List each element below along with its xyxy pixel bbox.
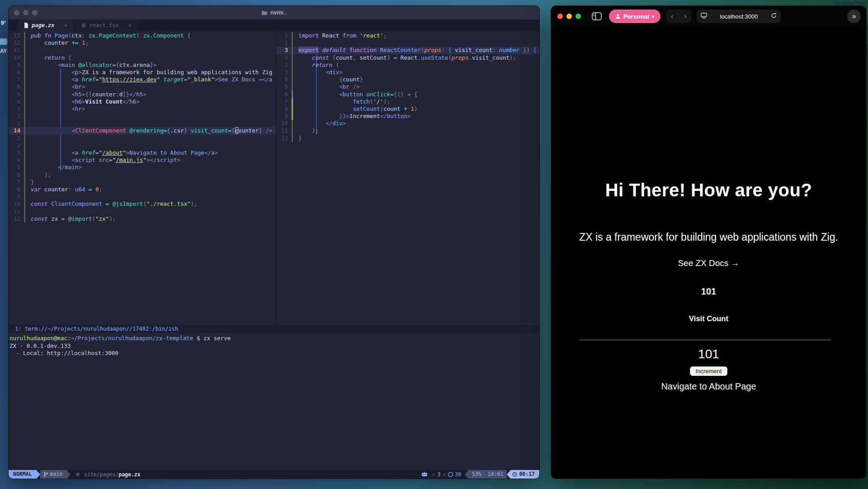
code-line: 3 <hr> (9, 105, 276, 113)
code-line: 11 (9, 208, 276, 215)
widget-label: AY (0, 48, 7, 54)
gutter-sign (292, 120, 293, 127)
gutter-sign (24, 200, 25, 208)
visit-count-value: 101 (551, 286, 866, 297)
gutter-sign (292, 69, 293, 76)
back-button[interactable]: ‹ (666, 9, 679, 23)
line-number: 7 (9, 76, 20, 83)
git-branch-icon (44, 472, 48, 477)
widget-bar (0, 38, 7, 45)
line-number: 7 (276, 98, 288, 105)
increment-button[interactable]: Increment (690, 366, 728, 376)
forward-button[interactable]: › (679, 9, 692, 23)
gutter-sign (24, 62, 25, 69)
terminal-pane[interactable]: nurulhudaapon@mac:~/Projects/nurulhudaap… (9, 333, 539, 470)
code-line: 6 <br> (9, 83, 276, 90)
gutter-sign (24, 164, 25, 171)
code-line: 3 <a href="/about">Navigate to About Pag… (9, 149, 276, 157)
page-heading: Hi There! How are you? (551, 180, 866, 200)
code-line: 10const ClientComponent = @jsImport("./r… (9, 200, 276, 208)
code-line: 2import React from 'react'; (276, 32, 539, 39)
line-number: 2 (276, 32, 288, 39)
file-icon (24, 23, 28, 28)
url-bar[interactable]: localhost:3000 (697, 9, 781, 23)
gutter-sign (24, 69, 25, 76)
tab-react-tsx[interactable]: react.tsx × (75, 19, 137, 31)
powerline-separator (37, 470, 40, 479)
code-line: 5 </main> (9, 164, 276, 171)
clock-icon (512, 472, 517, 477)
mode-indicator: NORMAL (9, 470, 37, 479)
about-page-link[interactable]: Navigate to About Page (551, 381, 866, 392)
gutter-sign (292, 98, 293, 105)
powerline-separator (465, 470, 468, 479)
zoom-window-button[interactable] (576, 14, 581, 19)
code-line: nurulhudaapon@mac:~/Projects/nurulhudaap… (9, 335, 539, 342)
line-number: 7 (9, 179, 20, 186)
gutter-sign (24, 113, 25, 120)
page-subtitle: ZX is a framework for building web appli… (551, 231, 866, 243)
gutter-sign (292, 113, 293, 120)
code-line: 6 ); (9, 171, 276, 179)
sidebar-toggle-button[interactable] (592, 12, 602, 20)
minimize-window-button[interactable] (566, 14, 572, 19)
tab-page-zx[interactable]: page.zx × (19, 19, 73, 31)
code-pane-page-zx[interactable]: 13pub fn Page(ctx: zx.PageContext) zx.Co… (9, 31, 276, 325)
clock-segment: 00:17 (510, 470, 539, 479)
line-number: 9 (276, 113, 288, 120)
git-branch-segment[interactable]: main (40, 470, 67, 479)
horizontal-rule (579, 340, 831, 340)
gutter-sign (292, 54, 293, 62)
gutter-sign (292, 32, 293, 39)
url-text[interactable]: localhost:3000 (697, 13, 781, 20)
code-pane-react-tsx[interactable]: 2import React from 'react';13export defa… (276, 31, 539, 325)
code-line: 10 return ( (9, 54, 276, 62)
code-line: 2 return ( (276, 62, 539, 69)
code-line: 5 <h5>{[counter:d]}</h5> (9, 91, 276, 98)
close-tab-icon[interactable]: × (64, 22, 67, 28)
copilot-icon[interactable] (421, 472, 428, 477)
code-line: 2 - - - - (9, 113, 276, 120)
code-line: 1 - - - - (9, 120, 276, 127)
line-number: 12 (9, 39, 20, 47)
close-window-button[interactable] (557, 14, 563, 19)
profile-button[interactable]: Personal ▾ (609, 9, 660, 23)
gutter-sign (292, 105, 293, 113)
code-line: 11 (9, 47, 276, 54)
toolbar-overflow-button[interactable]: » (847, 9, 861, 23)
gutter-sign (24, 179, 25, 186)
line-number: 4 (276, 76, 288, 83)
reload-button[interactable] (771, 12, 777, 20)
visit-count-label: Visit Count (551, 314, 866, 323)
nav-buttons: ‹ › (666, 9, 691, 23)
person-icon (615, 14, 621, 19)
line-number: 6 (276, 91, 288, 98)
docs-link[interactable]: See ZX Docs → (551, 258, 866, 268)
close-tab-icon[interactable]: × (128, 22, 132, 28)
line-number: 1 (276, 39, 288, 47)
line-number: 10 (9, 54, 20, 62)
code-line: ZX · 0.0.1-dev.133 (9, 342, 539, 350)
line-number: 3 (9, 149, 20, 157)
menu-icon[interactable]: ≡ (76, 471, 80, 478)
line-number: 3 (9, 105, 20, 113)
word-count-segment: 30 (448, 471, 461, 478)
code-line: 9 <main @allocator={ctx.arena}> (9, 62, 276, 69)
page-settings-icon[interactable] (701, 12, 707, 20)
code-line: 4 <h6>Visit Count</h6> (9, 98, 276, 105)
line-number: 1 (9, 120, 20, 127)
gutter-sign (292, 76, 293, 83)
code-line: 7 fetch('/'); (276, 98, 539, 105)
code-line: 1 (276, 39, 539, 47)
browser-window: Personal ▾ ‹ › localhost:3000 » Hi There… (551, 5, 867, 479)
code-line: 9 }}>Increment</button> (276, 113, 539, 120)
chevron-down-icon: ▾ (652, 14, 654, 19)
line-number: 4 (9, 157, 20, 164)
line-number: 3 (276, 69, 288, 76)
editor-titlebar[interactable]: nvim . (9, 6, 539, 19)
gutter-sign (24, 157, 25, 164)
code-line: 14 <ClientComponent @rendering={.csr} vi… (9, 127, 276, 134)
code-line: 7 <a href="https://ziex.dev" target="_bl… (9, 76, 276, 83)
sidebar-icon (592, 12, 602, 20)
line-number: 5 (276, 83, 288, 90)
